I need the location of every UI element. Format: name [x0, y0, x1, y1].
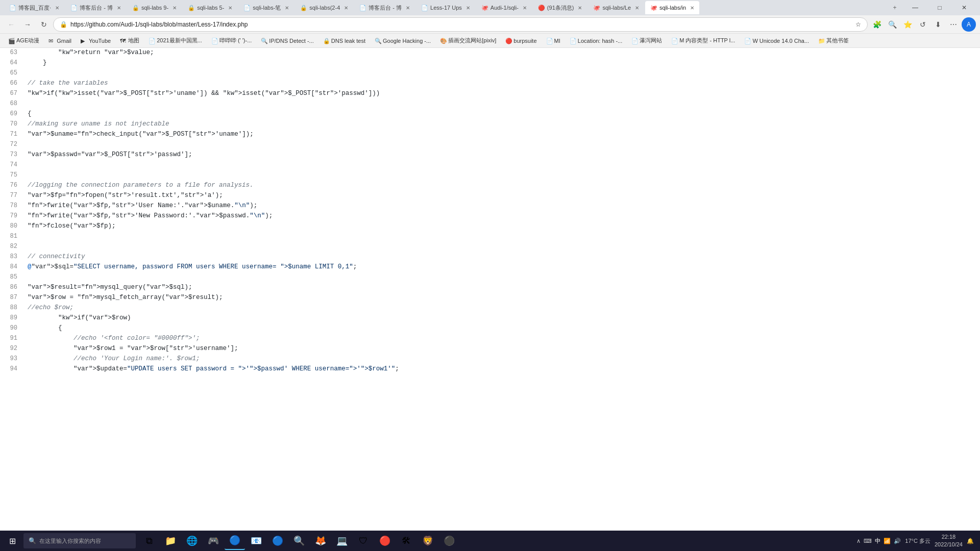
bookmark-item[interactable]: 📁其他书签	[814, 35, 853, 46]
network-icon[interactable]: 📶	[884, 538, 891, 544]
notification-icon[interactable]: 🔔	[967, 538, 974, 544]
line-number: 67	[0, 89, 26, 98]
close-button[interactable]: ✕	[952, 0, 976, 15]
file-explorer-button[interactable]: 📁	[160, 532, 181, 550]
back-button[interactable]: ←	[4, 17, 18, 32]
line-number: 66	[0, 79, 26, 88]
bookmark-item[interactable]: 📄哔哔哔 (' ')-...	[207, 35, 256, 46]
bookmark-item[interactable]: 🔴burpsuite	[501, 35, 541, 46]
line-number: 87	[0, 293, 26, 302]
history-button[interactable]: ↺	[916, 17, 930, 32]
code-line: 72	[0, 140, 980, 150]
address-bar[interactable]: 🔒 https://github.com/Audi-1/sqli-labs/bl…	[53, 17, 868, 32]
bookmark-item[interactable]: 🎬AGE动漫	[4, 35, 43, 46]
settings-button[interactable]: ⋯	[946, 17, 961, 32]
bookmark-item[interactable]: 📄W Unicode 14.0 Cha...	[740, 35, 813, 46]
line-number: 90	[0, 323, 26, 333]
code-line: 79"fn">fwrite("var">$fp,"str">'New Passw…	[0, 211, 980, 221]
line-content: "fn">fclose("var">$fp);	[26, 221, 980, 231]
extensions-button[interactable]: 🧩	[870, 17, 884, 32]
app13-button[interactable]: 🛠	[396, 532, 416, 550]
app6-button[interactable]: 📧	[246, 532, 266, 550]
chevron-icon[interactable]: ∧	[856, 538, 861, 544]
line-number: 77	[0, 191, 26, 200]
browser-tab[interactable]: 📄博客后台 - 博✕	[354, 1, 415, 14]
bookmark-item[interactable]: 📄M 内容类型 - HTTP l...	[667, 35, 739, 46]
search-icon-btn[interactable]: 🔍	[885, 17, 899, 32]
bookmark-item[interactable]: 📄2021最新中国黑...	[144, 35, 206, 46]
keyboard-icon[interactable]: ⌨	[864, 538, 872, 544]
browser-tab[interactable]: 🔒sqli-labs 9-✕	[127, 1, 182, 14]
clock[interactable]: 22:18 2022/10/24	[935, 533, 963, 549]
browser-tab[interactable]: 📄sqli-labs-笔✕	[238, 1, 294, 14]
star-icon[interactable]: ☆	[855, 21, 861, 28]
app12-button[interactable]: 🔴	[375, 532, 395, 550]
line-content: "var">$passwd="var">$_POST["str">'passwd…	[26, 150, 980, 160]
taskbar-search[interactable]: 🔍 在这里输入你搜索的内容	[23, 533, 136, 548]
code-viewer[interactable]: 63 "kw">return "var">$value;64 }65 66// …	[0, 48, 980, 531]
input-method[interactable]: 中	[875, 537, 880, 545]
bookmark-item[interactable]: 📄Location: hash -...	[566, 35, 626, 46]
line-content: "var">$fp="fn">fopen("str">'result.txt',…	[26, 191, 980, 201]
taskview-button[interactable]: ⧉	[139, 532, 159, 550]
bookmark-item[interactable]: 📄瀑泻网站	[627, 35, 666, 46]
line-content: "fn">fwrite("var">$fp,"str">'New Passwor…	[26, 211, 980, 221]
start-button[interactable]: ⊞	[2, 532, 22, 550]
edge-browser-button[interactable]: 🌐	[182, 532, 202, 550]
browser-tab[interactable]: 🔴(91条消息)✕	[533, 1, 587, 14]
line-number: 78	[0, 201, 26, 210]
browser-tab[interactable]: 🐙sqli-labs/in✕	[645, 1, 699, 14]
app11-button[interactable]: 🛡	[353, 532, 374, 550]
browser-tab[interactable]: 🐙sqli-labs/Le✕	[588, 1, 644, 14]
bookmark-item[interactable]: 🎨插画交流网站[pixiv]	[436, 35, 500, 46]
bookmark-item[interactable]: 🔍Google Hacking -...	[371, 35, 435, 46]
line-content: // take the variables	[26, 79, 980, 88]
app15-button[interactable]: ⚫	[439, 532, 459, 550]
bookmark-item[interactable]: 🔍IP/DNS Detect -...	[257, 35, 317, 46]
browser-tab[interactable]: 📄博客园_百度·✕	[4, 1, 64, 14]
browser-tab[interactable]: 🐙Audi-1/sqli-✕	[476, 1, 532, 14]
steam-button[interactable]: 🎮	[203, 532, 224, 550]
code-line: 77"var">$fp="fn">fopen("str">'result.txt…	[0, 191, 980, 201]
browser-tab[interactable]: 📄Less-17 Ups✕	[416, 1, 475, 14]
minimize-button[interactable]: —	[903, 0, 927, 15]
new-tab-button[interactable]: +	[888, 1, 901, 14]
line-content	[26, 160, 980, 170]
line-number: 72	[0, 140, 26, 149]
chrome-button[interactable]: 🔵	[225, 532, 245, 550]
bookmark-item[interactable]: 🔒DNS leak test	[319, 35, 370, 46]
code-line: 85	[0, 272, 980, 283]
line-number: 68	[0, 99, 26, 108]
line-number: 86	[0, 283, 26, 292]
app10-button[interactable]: 💻	[332, 532, 352, 550]
line-number: 85	[0, 272, 26, 282]
browser-tab[interactable]: 🔒sqli-labs 5-✕	[183, 1, 237, 14]
downloads-button[interactable]: ⬇	[931, 17, 945, 32]
browser-tab[interactable]: 📄博客后台 - 博✕	[65, 1, 126, 14]
bookmark-item[interactable]: ✉Gmail	[44, 35, 76, 46]
volume-icon[interactable]: 🔊	[894, 538, 901, 544]
code-line: 86"var">$result="fn">mysql_query("var">$…	[0, 283, 980, 293]
maximize-button[interactable]: □	[928, 0, 951, 15]
taskbar: ⊞ 🔍 在这里输入你搜索的内容 ⧉ 📁 🌐 🎮 🔵 📧 🔵 🔍 🦊 💻 🛡 🔴 …	[0, 531, 980, 551]
bookmark-item[interactable]: 🗺地图	[116, 35, 143, 46]
code-line: 70//making sure uname is not injectable	[0, 119, 980, 130]
code-line: 83// connectivity	[0, 252, 980, 262]
bookmark-item[interactable]: 📄MI	[542, 35, 565, 46]
code-line: 84@"var">$sql="SELECT username, password…	[0, 262, 980, 272]
forward-button[interactable]: →	[20, 17, 35, 32]
app8-button[interactable]: 🔍	[289, 532, 309, 550]
app9-button[interactable]: 🦊	[310, 532, 331, 550]
bookmark-item[interactable]: ▶YouTube	[77, 35, 115, 46]
profile-button[interactable]: A	[962, 17, 976, 32]
app14-button[interactable]: 🦁	[418, 532, 438, 550]
line-content: "var">$update="UPDATE users SET password…	[26, 364, 980, 374]
line-content	[26, 232, 980, 241]
refresh-button[interactable]: ↻	[37, 17, 51, 32]
app7-button[interactable]: 🔵	[267, 532, 288, 550]
code-line: 65	[0, 68, 980, 79]
favorites-button[interactable]: ⭐	[900, 17, 915, 32]
line-content: "fn">fwrite("var">$fp,"str">'User Name:'…	[26, 201, 980, 211]
browser-tab[interactable]: 🔒sqli-labs(2-4✕	[295, 1, 353, 14]
code-line: 87"var">$row = "fn">mysql_fetch_array("v…	[0, 293, 980, 303]
